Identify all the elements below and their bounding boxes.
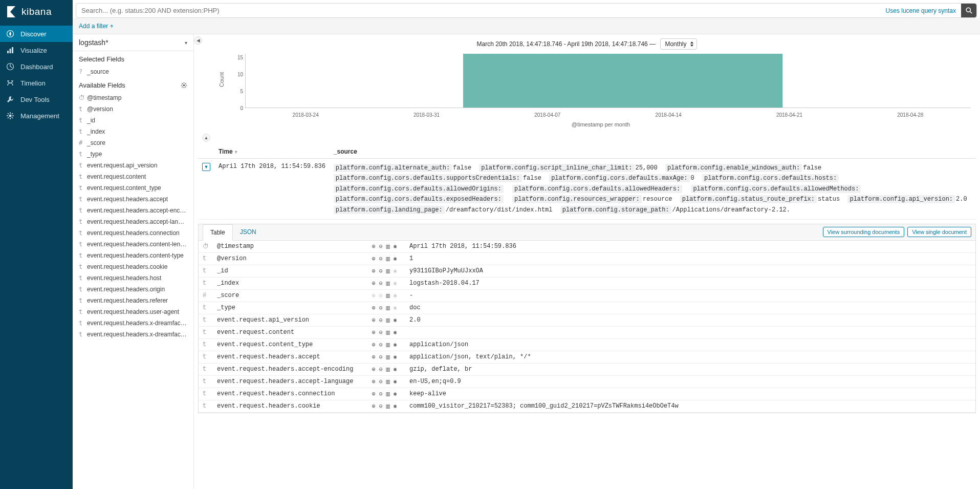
column-time[interactable]: Time▼: [214, 145, 330, 159]
exists-filter-icon[interactable]: ✱: [392, 255, 399, 263]
expand-doc-button[interactable]: ▼: [202, 163, 210, 171]
filter-out-icon[interactable]: ⊖: [378, 366, 385, 373]
field-item[interactable]: t@version: [73, 103, 193, 115]
exists-filter-icon[interactable]: ✱: [392, 329, 399, 336]
exists-filter-icon[interactable]: ✱: [392, 390, 399, 398]
toggle-column-icon[interactable]: ▥: [385, 255, 392, 263]
field-item[interactable]: tevent.request.headers.x-dreamfact...: [73, 329, 193, 340]
nav-item-management[interactable]: Management: [0, 108, 73, 124]
view-single-button[interactable]: View single document: [907, 227, 971, 237]
toggle-column-icon[interactable]: ▥: [385, 329, 392, 336]
field-item[interactable]: tevent.request.headers.cookie: [73, 261, 193, 272]
filter-out-icon[interactable]: ⊖: [378, 390, 385, 398]
filter-out-icon[interactable]: ⊖: [378, 243, 385, 250]
field-item[interactable]: tevent.request.headers.host: [73, 272, 193, 284]
nav-item-visualize[interactable]: Visualize: [0, 42, 73, 58]
exists-filter-icon[interactable]: ✱: [392, 267, 399, 275]
column-source[interactable]: _source: [330, 145, 976, 159]
filter-for-icon[interactable]: ⊕: [371, 341, 378, 349]
filter-for-icon[interactable]: ⊕: [371, 378, 378, 386]
field-item[interactable]: tevent.request.content_type: [73, 182, 193, 194]
filter-for-icon[interactable]: ⊕: [371, 304, 378, 312]
toggle-column-icon[interactable]: ▥: [385, 390, 392, 398]
filter-out-icon[interactable]: ⊖: [378, 329, 385, 336]
nav-item-timelion[interactable]: Timelion: [0, 75, 73, 91]
filter-for-icon[interactable]: ⊕: [371, 292, 378, 300]
exists-filter-icon[interactable]: ✱: [392, 304, 399, 312]
scroll-up-button[interactable]: ▲: [202, 134, 210, 142]
exists-filter-icon[interactable]: ✱: [392, 316, 399, 324]
exists-filter-icon[interactable]: ✱: [392, 402, 399, 410]
field-item[interactable]: #_score: [73, 137, 193, 148]
exists-filter-icon[interactable]: ✱: [392, 378, 399, 386]
gear-icon[interactable]: [181, 82, 187, 89]
filter-for-icon[interactable]: ⊕: [371, 402, 378, 410]
histogram-chart[interactable]: Count 051015 2018-03-242018-03-312018-04…: [194, 54, 980, 130]
toggle-column-icon[interactable]: ▥: [385, 243, 392, 250]
field-item[interactable]: tevent.request.headers.connection: [73, 227, 193, 239]
exists-filter-icon[interactable]: ✱: [392, 353, 399, 361]
field-item[interactable]: tevent.request.headers.origin: [73, 284, 193, 295]
toggle-column-icon[interactable]: ▥: [385, 267, 392, 275]
filter-for-icon[interactable]: ⊕: [371, 329, 378, 336]
toggle-column-icon[interactable]: ▥: [385, 341, 392, 349]
filter-for-icon[interactable]: ⊕: [371, 267, 378, 275]
filter-for-icon[interactable]: ⊕: [371, 353, 378, 361]
filter-out-icon[interactable]: ⊖: [378, 353, 385, 361]
search-button[interactable]: [961, 4, 976, 17]
toggle-column-icon[interactable]: ▥: [385, 280, 392, 287]
nav-item-dashboard[interactable]: Dashboard: [0, 58, 73, 75]
filter-for-icon[interactable]: ⊕: [371, 390, 378, 398]
field-item[interactable]: ⏱@timestamp: [73, 92, 193, 103]
field-item[interactable]: tevent.request.headers.referer: [73, 295, 193, 306]
filter-out-icon[interactable]: ⊖: [378, 255, 385, 263]
filter-out-icon[interactable]: ⊖: [378, 341, 385, 349]
exists-filter-icon[interactable]: ✱: [392, 341, 399, 349]
toggle-column-icon[interactable]: ▥: [385, 316, 392, 324]
filter-out-icon[interactable]: ⊖: [378, 316, 385, 324]
field-item[interactable]: t_index: [73, 126, 193, 137]
chart-bar[interactable]: [463, 54, 782, 108]
field-item[interactable]: tevent.request.headers.user-agent: [73, 306, 193, 317]
toggle-column-icon[interactable]: ▥: [385, 292, 392, 300]
exists-filter-icon[interactable]: ✱: [392, 366, 399, 373]
field-item[interactable]: t_id: [73, 115, 193, 126]
lucene-syntax-link[interactable]: Uses lucene query syntax: [881, 4, 961, 17]
filter-for-icon[interactable]: ⊕: [371, 316, 378, 324]
toggle-column-icon[interactable]: ▥: [385, 378, 392, 386]
field-item[interactable]: t_type: [73, 148, 193, 160]
filter-out-icon[interactable]: ⊖: [378, 280, 385, 287]
filter-out-icon[interactable]: ⊖: [378, 304, 385, 312]
field-item[interactable]: tevent.request.api_version: [73, 160, 193, 171]
filter-out-icon[interactable]: ⊖: [378, 378, 385, 386]
exists-filter-icon[interactable]: ✱: [392, 292, 399, 300]
toggle-column-icon[interactable]: ▥: [385, 304, 392, 312]
field-item[interactable]: tevent.request.headers.accept-enco...: [73, 205, 193, 216]
interval-select[interactable]: Monthly: [660, 38, 697, 50]
field-item[interactable]: tevent.request.headers.content-length: [73, 239, 193, 250]
app-logo[interactable]: kibana: [0, 0, 73, 26]
toggle-column-icon[interactable]: ▥: [385, 402, 392, 410]
search-input[interactable]: [76, 4, 881, 17]
filter-for-icon[interactable]: ⊕: [371, 243, 378, 250]
toggle-column-icon[interactable]: ▥: [385, 366, 392, 373]
view-surrounding-button[interactable]: View surrounding documents: [823, 227, 905, 237]
field-item[interactable]: ?_source: [73, 66, 193, 77]
filter-for-icon[interactable]: ⊕: [371, 255, 378, 263]
add-filter-link[interactable]: Add a filter +: [79, 23, 114, 30]
field-item[interactable]: tevent.request.content: [73, 171, 193, 182]
filter-for-icon[interactable]: ⊕: [371, 280, 378, 287]
nav-item-discover[interactable]: Discover: [0, 26, 73, 42]
field-item[interactable]: tevent.request.headers.accept-langu...: [73, 216, 193, 227]
nav-item-devtools[interactable]: Dev Tools: [0, 91, 73, 108]
filter-out-icon[interactable]: ⊖: [378, 267, 385, 275]
exists-filter-icon[interactable]: ✱: [392, 243, 399, 250]
toggle-column-icon[interactable]: ▥: [385, 353, 392, 361]
exists-filter-icon[interactable]: ✱: [392, 280, 399, 287]
field-item[interactable]: tevent.request.headers.accept: [73, 194, 193, 205]
filter-out-icon[interactable]: ⊖: [378, 292, 385, 300]
tab-json[interactable]: JSON: [233, 224, 264, 240]
filter-out-icon[interactable]: ⊖: [378, 402, 385, 410]
tab-table[interactable]: Table: [203, 224, 233, 241]
filter-for-icon[interactable]: ⊕: [371, 366, 378, 373]
